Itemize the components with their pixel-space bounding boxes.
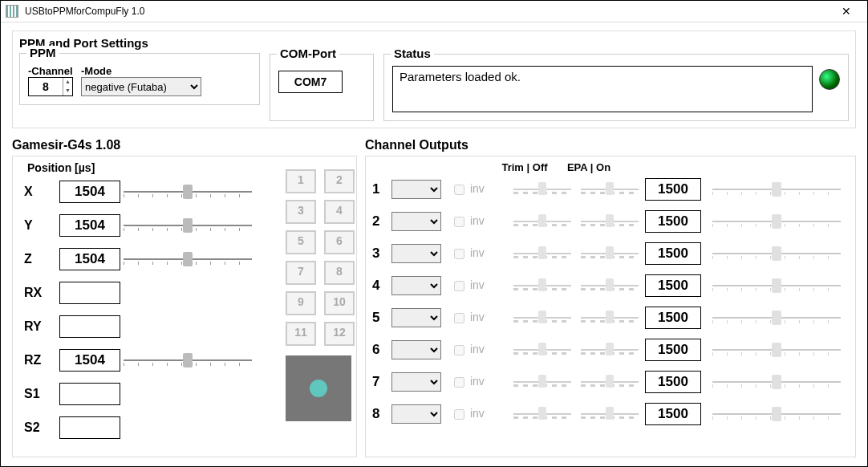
epa-slider-4[interactable] — [578, 278, 642, 294]
epa-slider-2[interactable] — [578, 213, 642, 229]
trim-slider-8[interactable] — [510, 406, 574, 422]
mode-select[interactable]: negative (Futaba) — [81, 77, 201, 96]
output-slider-5[interactable] — [712, 309, 841, 327]
axis-value-rx[interactable] — [59, 282, 120, 304]
axis-label-ry: RY — [19, 319, 59, 334]
channel-output-2[interactable] — [645, 210, 701, 233]
trim-slider-5[interactable] — [510, 310, 574, 326]
axis-value-y[interactable] — [59, 214, 120, 237]
channel-row-1: 1 inv — [372, 178, 849, 201]
epa-slider-3[interactable] — [578, 246, 642, 262]
joystick-button-12[interactable]: 12 — [324, 322, 355, 346]
joystick-button-4[interactable]: 4 — [324, 200, 355, 224]
channel-number: 4 — [372, 278, 388, 294]
trim-slider-3[interactable] — [510, 246, 574, 262]
trim-slider-4[interactable] — [510, 278, 574, 294]
channel-output-5[interactable] — [645, 307, 701, 329]
channel-output-8[interactable] — [645, 403, 701, 425]
channel-down-icon[interactable]: ▼ — [63, 87, 72, 95]
channel-value[interactable] — [29, 78, 63, 95]
output-slider-8[interactable] — [712, 405, 841, 423]
axis-slider-z[interactable] — [124, 251, 252, 267]
status-label: Status — [391, 47, 434, 60]
axis-label-y: Y — [19, 218, 59, 233]
trim-header: Trim | Off — [493, 161, 557, 173]
channel-row-8: 8 inv — [372, 403, 849, 425]
axis-value-s1[interactable] — [59, 383, 120, 405]
inv-checkbox-3[interactable]: inv — [451, 246, 507, 262]
epa-slider-5[interactable] — [578, 310, 642, 326]
inv-checkbox-8[interactable]: inv — [451, 407, 507, 422]
output-slider-3[interactable] — [712, 245, 841, 262]
channel-source-select-5[interactable] — [391, 308, 441, 327]
channel-label: -Channel — [28, 65, 73, 77]
pov-pad[interactable] — [286, 355, 351, 421]
joystick-button-2[interactable]: 2 — [324, 169, 355, 193]
channel-output-6[interactable] — [645, 339, 701, 361]
joystick-button-8[interactable]: 8 — [324, 261, 355, 285]
trim-slider-7[interactable] — [510, 374, 574, 390]
inv-checkbox-1[interactable]: inv — [451, 182, 507, 197]
axis-slider-x[interactable] — [124, 184, 252, 200]
joystick-button-3[interactable]: 3 — [286, 200, 316, 224]
epa-slider-6[interactable] — [578, 342, 642, 358]
joystick-button-9[interactable]: 9 — [286, 291, 316, 315]
channel-row-3: 3 inv — [372, 242, 849, 265]
epa-header: EPA | On — [557, 161, 621, 173]
channel-source-select-4[interactable] — [391, 276, 441, 295]
channel-number: 8 — [372, 406, 388, 422]
inv-checkbox-5[interactable]: inv — [451, 311, 507, 326]
channel-output-1[interactable] — [645, 178, 701, 201]
joystick-button-5[interactable]: 5 — [286, 230, 316, 254]
epa-slider-7[interactable] — [578, 374, 642, 390]
close-button[interactable]: ✕ — [830, 5, 862, 18]
channel-source-select-1[interactable] — [391, 180, 441, 199]
channel-source-select-6[interactable] — [391, 340, 441, 359]
axis-value-z[interactable] — [59, 248, 120, 270]
mode-label: -Mode — [81, 65, 201, 77]
axis-label-rx: RX — [19, 286, 59, 300]
output-slider-7[interactable] — [712, 373, 841, 391]
device-title: Gamesir-G4s 1.08 — [12, 138, 357, 152]
axis-label-s1: S1 — [19, 387, 59, 401]
channel-source-select-2[interactable] — [391, 212, 441, 231]
inv-checkbox-7[interactable]: inv — [451, 375, 507, 390]
channel-output-4[interactable] — [645, 274, 701, 297]
com-port-label: COM-Port — [277, 47, 339, 60]
channel-source-select-7[interactable] — [391, 372, 441, 392]
axis-value-s2[interactable] — [59, 416, 120, 439]
trim-slider-6[interactable] — [510, 342, 574, 358]
output-slider-1[interactable] — [712, 181, 841, 198]
pov-dot-icon — [310, 380, 327, 397]
inv-checkbox-4[interactable]: inv — [451, 278, 507, 294]
output-slider-2[interactable] — [712, 213, 841, 230]
axis-slider-y[interactable] — [124, 217, 252, 234]
axis-slider-rz[interactable] — [124, 352, 252, 368]
channel-source-select-8[interactable] — [391, 404, 441, 424]
inv-checkbox-2[interactable]: inv — [451, 214, 507, 229]
joystick-button-1[interactable]: 1 — [286, 169, 316, 193]
channel-row-2: 2 inv — [372, 210, 849, 233]
channel-up-icon[interactable]: ▲ — [63, 78, 72, 87]
channel-row-5: 5 inv — [372, 307, 849, 329]
com-port-button[interactable]: COM7 — [278, 71, 343, 93]
epa-slider-1[interactable] — [578, 181, 642, 197]
channel-output-3[interactable] — [645, 242, 701, 265]
axis-value-rz[interactable] — [59, 349, 120, 372]
trim-slider-2[interactable] — [510, 213, 574, 229]
output-slider-6[interactable] — [712, 341, 841, 359]
output-slider-4[interactable] — [712, 277, 841, 294]
window-title: USBtoPPMforCompuFly 1.0 — [25, 6, 830, 17]
channel-stepper[interactable]: ▲ ▼ — [28, 77, 73, 96]
joystick-button-7[interactable]: 7 — [286, 261, 316, 285]
joystick-button-6[interactable]: 6 — [324, 230, 355, 254]
joystick-button-11[interactable]: 11 — [286, 322, 316, 346]
channel-output-7[interactable] — [645, 371, 701, 393]
trim-slider-1[interactable] — [510, 181, 574, 197]
inv-checkbox-6[interactable]: inv — [451, 343, 507, 358]
axis-value-x[interactable] — [59, 181, 120, 203]
epa-slider-8[interactable] — [578, 406, 642, 422]
axis-value-ry[interactable] — [59, 315, 120, 338]
channel-source-select-3[interactable] — [391, 244, 441, 263]
joystick-button-10[interactable]: 10 — [324, 291, 355, 315]
